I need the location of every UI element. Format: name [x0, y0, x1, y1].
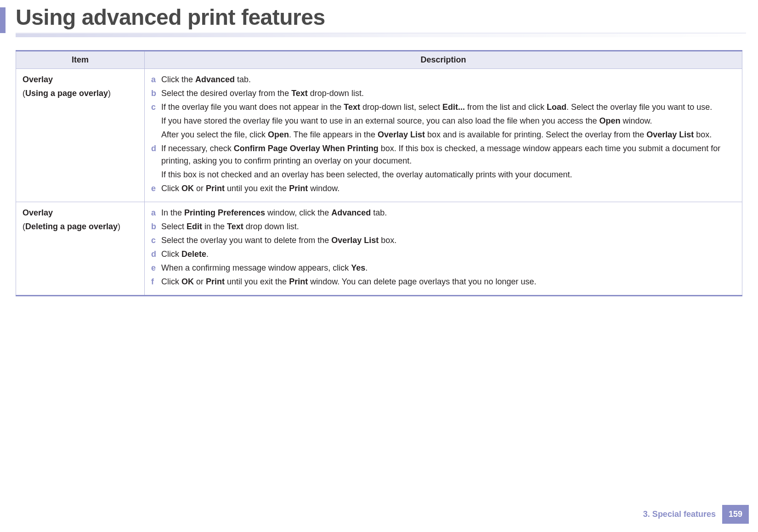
step-e: e Click OK or Print until you exit the P…: [151, 182, 735, 194]
step-text: Click: [161, 184, 181, 193]
description-cell: a In the Printing Preferences window, cl…: [145, 202, 742, 296]
step-marker: a: [151, 74, 156, 85]
step-text: . Select the overlay file you want to us…: [566, 102, 712, 112]
bold: Edit...: [442, 102, 465, 112]
step-text: tab.: [235, 75, 251, 84]
step-marker: c: [151, 234, 156, 246]
col-header-item: Item: [16, 51, 145, 69]
bold: Printing Preferences: [184, 208, 265, 217]
step-marker: e: [151, 262, 156, 274]
bold: Text: [291, 89, 308, 98]
page-number: 159: [722, 505, 749, 524]
step-text: drop-down list.: [308, 89, 364, 98]
item-title: Overlay: [23, 74, 138, 85]
bold: Delete: [181, 249, 206, 259]
table-row: Overlay (Using a page overlay) a Click t…: [16, 69, 742, 202]
step-text: If you have stored the overlay file you …: [161, 116, 600, 125]
bold: Overlay List: [378, 130, 425, 139]
step-text: In the: [161, 208, 184, 217]
step-text: Click: [161, 277, 181, 286]
chapter-label: 3. Special features: [637, 505, 722, 524]
item-subtitle-text: Deleting a page overlay: [25, 222, 118, 231]
bold: Print: [289, 184, 308, 193]
bold: Advanced: [195, 75, 235, 84]
steps-list: a In the Printing Preferences window, cl…: [151, 207, 735, 288]
step-marker: c: [151, 101, 156, 113]
step-f: f Click OK or Print until you exit the P…: [151, 276, 735, 288]
table-header-row: Item Description: [16, 51, 742, 69]
bold: Edit: [187, 222, 202, 231]
step-a: a Click the Advanced tab.: [151, 74, 735, 85]
step-text: until you exit the: [225, 277, 289, 286]
step-text: until you exit the: [225, 184, 289, 193]
step-text: or: [194, 277, 206, 286]
step-follow: If you have stored the overlay file you …: [161, 115, 735, 127]
step-e: e When a confirming message window appea…: [151, 262, 735, 274]
item-subtitle: (Deleting a page overlay): [23, 222, 120, 231]
step-text: box and is available for printing. Selec…: [425, 130, 646, 139]
step-text: from the list and click: [465, 102, 547, 112]
item-subtitle: (Using a page overlay): [23, 89, 111, 98]
content-area: Item Description Overlay (Using a page o…: [0, 37, 758, 296]
step-c: c If the overlay file you want does not …: [151, 101, 735, 141]
step-text: .: [206, 249, 209, 259]
bold: Overlay List: [331, 236, 379, 245]
step-text: Select the desired overlay from the: [161, 89, 291, 98]
step-text: window.: [621, 116, 652, 125]
description-cell: a Click the Advanced tab. b Select the d…: [145, 69, 742, 202]
header-underline: [16, 33, 746, 37]
step-text: If the overlay file you want does not ap…: [161, 102, 344, 112]
step-text: box.: [379, 236, 396, 245]
step-text: Select the overlay you want to delete fr…: [161, 236, 331, 245]
page-title: Using advanced print features: [0, 5, 758, 30]
bold: Text: [227, 222, 243, 231]
page-footer: 3. Special features 159: [637, 505, 749, 524]
bold: Advanced: [331, 208, 371, 217]
step-text: .: [365, 263, 368, 272]
step-marker: e: [151, 182, 156, 194]
step-c: c Select the overlay you want to delete …: [151, 234, 735, 246]
table-row: Overlay (Deleting a page overlay) a In t…: [16, 202, 742, 296]
col-header-description: Description: [145, 51, 742, 69]
bold: Print: [206, 277, 225, 286]
bold: Overlay List: [646, 130, 694, 139]
paren-close: ): [118, 222, 120, 231]
feature-table: Item Description Overlay (Using a page o…: [16, 50, 742, 296]
bold: Print: [206, 184, 225, 193]
step-marker: f: [151, 276, 154, 288]
bold: Open: [600, 116, 621, 125]
step-text: Select: [161, 222, 187, 231]
item-subtitle-text: Using a page overlay: [25, 89, 108, 98]
bold: Yes: [351, 263, 365, 272]
step-text: box.: [694, 130, 712, 139]
step-text: drop-down list, select: [360, 102, 442, 112]
step-text: tab.: [371, 208, 387, 217]
step-d: d Click Delete.: [151, 248, 735, 260]
step-follow: After you select the file, click Open. T…: [161, 129, 735, 141]
bold: Print: [289, 277, 308, 286]
step-a: a In the Printing Preferences window, cl…: [151, 207, 735, 219]
bold: OK: [181, 277, 194, 286]
bold: OK: [181, 184, 194, 193]
step-text: . The file appears in the: [289, 130, 378, 139]
step-follow: If this box is not checked and an overla…: [161, 169, 735, 181]
step-text: If necessary, check: [161, 144, 234, 153]
step-text: or: [194, 184, 206, 193]
step-text: drop down list.: [243, 222, 299, 231]
bold: Confirm Page Overlay When Printing: [234, 144, 379, 153]
step-text: After you select the file, click: [161, 130, 268, 139]
step-b: b Select the desired overlay from the Te…: [151, 87, 735, 99]
step-text: When a confirming message window appears…: [161, 263, 351, 272]
step-text: in the: [202, 222, 227, 231]
step-text: Click the: [161, 75, 195, 84]
step-b: b Select Edit in the Text drop down list…: [151, 221, 735, 232]
item-title: Overlay: [23, 207, 138, 219]
step-marker: b: [151, 87, 156, 99]
step-text: Click: [161, 249, 181, 259]
item-cell: Overlay (Deleting a page overlay): [16, 202, 145, 296]
step-text: window. You can delete page overlays tha…: [308, 277, 536, 286]
step-text: window, click the: [265, 208, 331, 217]
step-text: window.: [308, 184, 339, 193]
bold: Open: [268, 130, 289, 139]
step-marker: a: [151, 207, 156, 219]
